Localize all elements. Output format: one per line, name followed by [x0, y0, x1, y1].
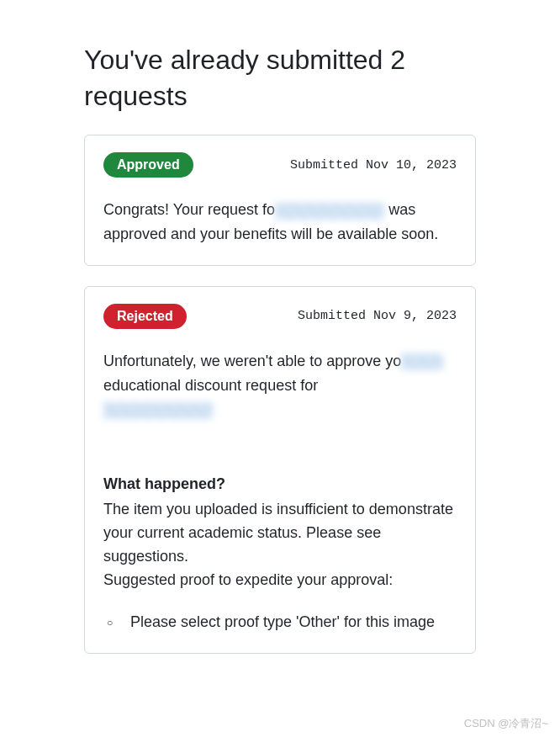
- status-badge-approved: Approved: [103, 152, 193, 178]
- page-title: You've already submitted 2 requests: [84, 42, 476, 114]
- submitted-date: Submitted Nov 9, 2023: [298, 309, 457, 323]
- message-text: Unfortunately, we weren't able to approv…: [103, 353, 401, 369]
- suggested-proof-intro: Suggested proof to expedite your approva…: [103, 569, 457, 592]
- card-body: Unfortunately, we weren't able to approv…: [103, 349, 457, 634]
- card-header: Rejected Submitted Nov 9, 2023: [103, 304, 457, 329]
- list-item: Please select proof type 'Other' for thi…: [124, 611, 457, 634]
- suggestions-list: Please select proof type 'Other' for thi…: [103, 611, 457, 634]
- request-card-rejected: Rejected Submitted Nov 9, 2023 Unfortuna…: [84, 286, 476, 654]
- watermark: CSDN @冷青沼~: [464, 716, 548, 731]
- what-happened-body: The item you uploaded is insufficient to…: [103, 498, 457, 569]
- what-happened-heading: What happened?: [103, 472, 457, 496]
- redacted-content: [275, 203, 384, 220]
- request-card-approved: Approved Submitted Nov 10, 2023 Congrats…: [84, 135, 476, 266]
- redacted-content: [401, 353, 443, 370]
- submitted-date: Submitted Nov 10, 2023: [290, 158, 457, 172]
- message-text: Congrats! Your request fo: [103, 201, 275, 218]
- card-body: Congrats! Your request fo was approved a…: [103, 198, 457, 247]
- status-badge-rejected: Rejected: [103, 304, 187, 329]
- card-header: Approved Submitted Nov 10, 2023: [103, 152, 457, 178]
- redacted-content: [103, 402, 213, 419]
- message-text: educational discount request for: [103, 377, 318, 394]
